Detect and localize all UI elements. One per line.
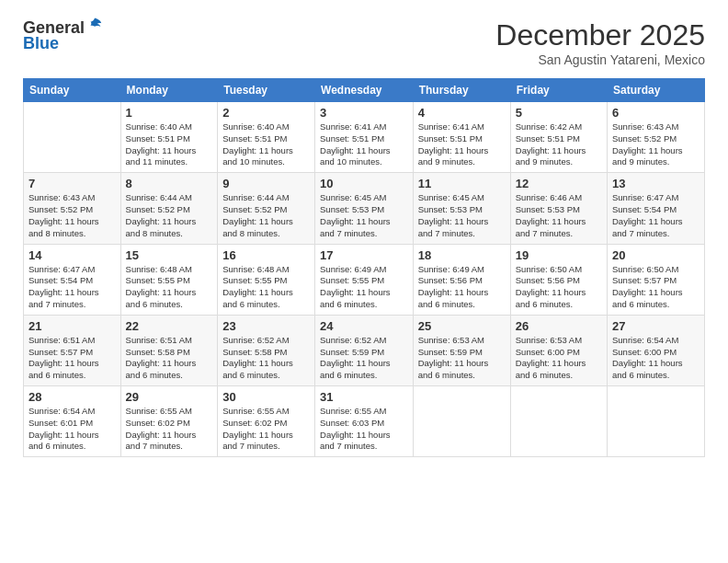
calendar-week-5: 28Sunrise: 6:54 AMSunset: 6:01 PMDayligh… xyxy=(24,386,705,457)
calendar-cell: 30Sunrise: 6:55 AMSunset: 6:02 PMDayligh… xyxy=(218,386,315,457)
calendar-week-1: 1Sunrise: 6:40 AMSunset: 5:51 PMDaylight… xyxy=(24,102,705,173)
day-info: Sunrise: 6:55 AMSunset: 6:02 PMDaylight:… xyxy=(126,406,213,453)
calendar-cell: 31Sunrise: 6:55 AMSunset: 6:03 PMDayligh… xyxy=(315,386,414,457)
calendar-cell xyxy=(413,386,510,457)
calendar-cell: 28Sunrise: 6:54 AMSunset: 6:01 PMDayligh… xyxy=(24,386,121,457)
calendar-cell: 16Sunrise: 6:48 AMSunset: 5:55 PMDayligh… xyxy=(218,244,315,315)
day-number: 2 xyxy=(222,106,310,120)
day-info: Sunrise: 6:48 AMSunset: 5:55 PMDaylight:… xyxy=(222,264,310,311)
day-info: Sunrise: 6:41 AMSunset: 5:51 PMDaylight:… xyxy=(320,121,408,168)
day-number: 13 xyxy=(612,177,700,190)
day-info: Sunrise: 6:50 AMSunset: 5:57 PMDaylight:… xyxy=(612,264,700,311)
day-number: 28 xyxy=(28,390,116,404)
day-info: Sunrise: 6:50 AMSunset: 5:56 PMDaylight:… xyxy=(516,264,602,311)
calendar-cell: 20Sunrise: 6:50 AMSunset: 5:57 PMDayligh… xyxy=(608,244,705,315)
calendar-cell: 2Sunrise: 6:40 AMSunset: 5:51 PMDaylight… xyxy=(218,102,315,173)
calendar-cell: 9Sunrise: 6:44 AMSunset: 5:52 PMDaylight… xyxy=(218,173,315,244)
weekday-header-wednesday: Wednesday xyxy=(315,79,414,102)
day-number: 7 xyxy=(28,177,116,190)
header: General Blue December 2025 San Agustin Y… xyxy=(23,18,705,67)
day-info: Sunrise: 6:54 AMSunset: 6:00 PMDaylight:… xyxy=(612,335,700,382)
calendar-cell: 14Sunrise: 6:47 AMSunset: 5:54 PMDayligh… xyxy=(24,244,121,315)
day-info: Sunrise: 6:47 AMSunset: 5:54 PMDaylight:… xyxy=(612,192,700,239)
day-number: 4 xyxy=(418,106,506,120)
calendar-cell: 19Sunrise: 6:50 AMSunset: 5:56 PMDayligh… xyxy=(510,244,607,315)
weekday-header-thursday: Thursday xyxy=(413,79,510,102)
day-info: Sunrise: 6:40 AMSunset: 5:51 PMDaylight:… xyxy=(126,121,213,168)
day-number: 15 xyxy=(126,248,213,262)
calendar-cell: 17Sunrise: 6:49 AMSunset: 5:55 PMDayligh… xyxy=(315,244,414,315)
day-number: 20 xyxy=(612,248,700,262)
day-number: 29 xyxy=(126,390,213,404)
day-number: 26 xyxy=(516,319,602,333)
calendar-week-4: 21Sunrise: 6:51 AMSunset: 5:57 PMDayligh… xyxy=(24,315,705,385)
calendar-cell: 23Sunrise: 6:52 AMSunset: 5:58 PMDayligh… xyxy=(218,315,315,385)
calendar-cell xyxy=(510,386,607,457)
weekday-header-tuesday: Tuesday xyxy=(218,79,315,102)
calendar-cell xyxy=(608,386,705,457)
day-info: Sunrise: 6:45 AMSunset: 5:53 PMDaylight:… xyxy=(418,192,506,239)
day-info: Sunrise: 6:46 AMSunset: 5:53 PMDaylight:… xyxy=(516,192,602,239)
calendar-cell: 15Sunrise: 6:48 AMSunset: 5:55 PMDayligh… xyxy=(120,244,218,315)
day-info: Sunrise: 6:45 AMSunset: 5:53 PMDaylight:… xyxy=(320,192,408,239)
day-number: 23 xyxy=(222,319,310,333)
calendar-cell xyxy=(24,102,121,173)
day-number: 16 xyxy=(222,248,310,262)
calendar-cell: 22Sunrise: 6:51 AMSunset: 5:58 PMDayligh… xyxy=(120,315,218,385)
day-info: Sunrise: 6:55 AMSunset: 6:03 PMDaylight:… xyxy=(320,406,408,453)
calendar-cell: 7Sunrise: 6:43 AMSunset: 5:52 PMDaylight… xyxy=(24,173,121,244)
day-info: Sunrise: 6:47 AMSunset: 5:54 PMDaylight:… xyxy=(28,264,116,311)
day-number: 14 xyxy=(28,248,116,262)
day-number: 22 xyxy=(126,319,213,333)
calendar-cell: 18Sunrise: 6:49 AMSunset: 5:56 PMDayligh… xyxy=(413,244,510,315)
calendar-cell: 3Sunrise: 6:41 AMSunset: 5:51 PMDaylight… xyxy=(315,102,414,173)
day-number: 25 xyxy=(418,319,506,333)
day-info: Sunrise: 6:54 AMSunset: 6:01 PMDaylight:… xyxy=(28,406,116,453)
day-number: 17 xyxy=(320,248,408,262)
day-number: 3 xyxy=(320,106,408,120)
calendar-cell: 1Sunrise: 6:40 AMSunset: 5:51 PMDaylight… xyxy=(120,102,218,173)
day-number: 6 xyxy=(612,106,700,120)
calendar-cell: 13Sunrise: 6:47 AMSunset: 5:54 PMDayligh… xyxy=(608,173,705,244)
day-info: Sunrise: 6:49 AMSunset: 5:55 PMDaylight:… xyxy=(320,264,408,311)
day-info: Sunrise: 6:52 AMSunset: 5:59 PMDaylight:… xyxy=(320,335,408,382)
day-number: 24 xyxy=(320,319,408,333)
calendar-cell: 21Sunrise: 6:51 AMSunset: 5:57 PMDayligh… xyxy=(24,315,121,385)
day-number: 12 xyxy=(516,177,602,190)
day-info: Sunrise: 6:43 AMSunset: 5:52 PMDaylight:… xyxy=(612,121,700,168)
day-info: Sunrise: 6:42 AMSunset: 5:51 PMDaylight:… xyxy=(516,121,602,168)
day-info: Sunrise: 6:52 AMSunset: 5:58 PMDaylight:… xyxy=(222,335,310,382)
weekday-header-sunday: Sunday xyxy=(24,79,121,102)
day-number: 8 xyxy=(126,177,213,190)
calendar-cell: 10Sunrise: 6:45 AMSunset: 5:53 PMDayligh… xyxy=(315,173,414,244)
month-title: December 2025 xyxy=(495,18,705,52)
calendar-cell: 6Sunrise: 6:43 AMSunset: 5:52 PMDaylight… xyxy=(608,102,705,173)
day-info: Sunrise: 6:44 AMSunset: 5:52 PMDaylight:… xyxy=(222,192,310,239)
day-info: Sunrise: 6:55 AMSunset: 6:02 PMDaylight:… xyxy=(222,406,310,453)
calendar-cell: 27Sunrise: 6:54 AMSunset: 6:00 PMDayligh… xyxy=(608,315,705,385)
title-section: December 2025 San Agustin Yatareni, Mexi… xyxy=(495,18,705,67)
calendar-cell: 11Sunrise: 6:45 AMSunset: 5:53 PMDayligh… xyxy=(413,173,510,244)
calendar-week-3: 14Sunrise: 6:47 AMSunset: 5:54 PMDayligh… xyxy=(24,244,705,315)
calendar-cell: 12Sunrise: 6:46 AMSunset: 5:53 PMDayligh… xyxy=(510,173,607,244)
calendar-header-row: SundayMondayTuesdayWednesdayThursdayFrid… xyxy=(24,79,705,102)
calendar-cell: 8Sunrise: 6:44 AMSunset: 5:52 PMDaylight… xyxy=(120,173,218,244)
day-number: 19 xyxy=(516,248,602,262)
day-info: Sunrise: 6:51 AMSunset: 5:57 PMDaylight:… xyxy=(28,335,116,382)
calendar-cell: 26Sunrise: 6:53 AMSunset: 6:00 PMDayligh… xyxy=(510,315,607,385)
day-number: 27 xyxy=(612,319,700,333)
location: San Agustin Yatareni, Mexico xyxy=(495,52,705,67)
calendar-cell: 4Sunrise: 6:41 AMSunset: 5:51 PMDaylight… xyxy=(413,102,510,173)
day-info: Sunrise: 6:53 AMSunset: 6:00 PMDaylight:… xyxy=(516,335,602,382)
day-info: Sunrise: 6:40 AMSunset: 5:51 PMDaylight:… xyxy=(222,121,310,168)
day-info: Sunrise: 6:53 AMSunset: 5:59 PMDaylight:… xyxy=(418,335,506,382)
day-number: 5 xyxy=(516,106,602,120)
logo-bird-icon xyxy=(86,17,103,33)
weekday-header-saturday: Saturday xyxy=(608,79,705,102)
day-number: 18 xyxy=(418,248,506,262)
calendar-cell: 24Sunrise: 6:52 AMSunset: 5:59 PMDayligh… xyxy=(315,315,414,385)
calendar-cell: 29Sunrise: 6:55 AMSunset: 6:02 PMDayligh… xyxy=(120,386,218,457)
day-info: Sunrise: 6:51 AMSunset: 5:58 PMDaylight:… xyxy=(126,335,213,382)
day-number: 31 xyxy=(320,390,408,404)
page: General Blue December 2025 San Agustin Y… xyxy=(0,0,728,563)
